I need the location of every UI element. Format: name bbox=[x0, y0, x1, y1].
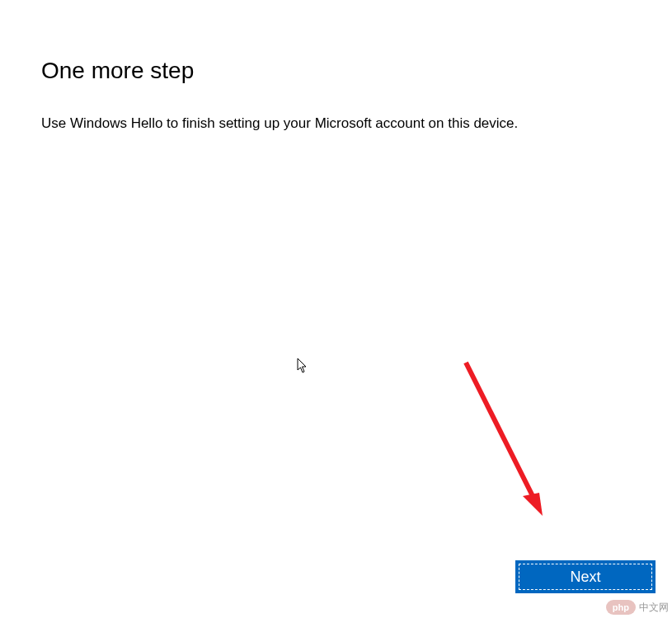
next-button[interactable]: Next bbox=[515, 560, 656, 593]
watermark-label: 中文网 bbox=[639, 601, 669, 615]
watermark: php 中文网 bbox=[606, 600, 669, 615]
setup-dialog: One more step Use Windows Hello to finis… bbox=[0, 0, 672, 618]
dialog-title: One more step bbox=[41, 58, 631, 84]
watermark-badge: php bbox=[606, 600, 636, 615]
dialog-description: Use Windows Hello to finish setting up y… bbox=[41, 114, 631, 133]
